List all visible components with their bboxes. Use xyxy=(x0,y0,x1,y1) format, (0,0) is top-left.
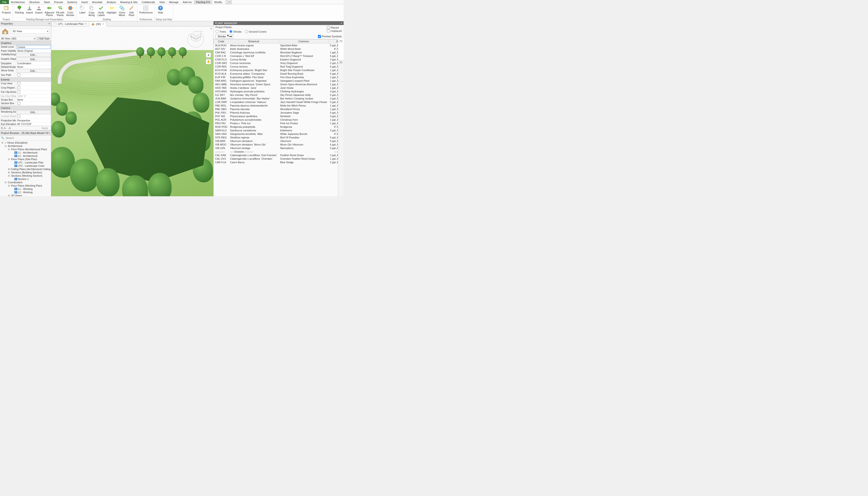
table-row[interactable]: VIB LENViburnum lentagoNannyberry5 gal.,… xyxy=(214,146,338,150)
prop-row[interactable]: Crop View xyxy=(0,82,51,86)
expander-icon[interactable]: ⊞ xyxy=(8,171,11,174)
col-botanical[interactable]: Botanical xyxy=(229,40,279,44)
table-row[interactable]: PAE OBOPaeonia obovataWoodland Peony1 ga… xyxy=(214,107,338,111)
view-options-icon[interactable]: ▾ xyxy=(210,27,212,30)
tree-node[interactable]: ⊟⊙Views (Discipline) xyxy=(0,141,51,144)
prop-row[interactable]: Crop Region ... xyxy=(0,86,51,90)
search-input[interactable] xyxy=(6,137,50,139)
ribbon-adjacent-plants-button[interactable]: AdjacentPlants xyxy=(44,5,55,17)
tree-node[interactable]: LP2 - Landscape Color xyxy=(0,164,51,168)
table-row[interactable]: SAM ELDSambucus canadensisElderberry2 ga… xyxy=(214,128,338,132)
close-icon[interactable]: × xyxy=(85,22,86,26)
expander-icon[interactable]: ⊟ xyxy=(8,195,11,196)
close-icon[interactable]: × xyxy=(341,22,342,25)
project-tree[interactable]: ⊟⊙Views (Discipline)⊟Architectural⊟Floor… xyxy=(0,141,51,196)
table-row[interactable]: COR GR2Cornus racemosaGray Dogwood2 gal.… xyxy=(214,61,338,65)
table-row[interactable]: VIB MOOViburnum dentatum `Moon Glo`Moon … xyxy=(214,143,338,146)
table-row[interactable]: CAR FLACarex flaccaBlue Sedge2 gal.,Pot xyxy=(214,160,338,164)
expander-icon[interactable]: ⊟ xyxy=(8,148,11,151)
table-row[interactable]: POL ACRPolystichum acrostichoidesChristm… xyxy=(214,118,338,121)
menu-ext-dropdown-icon[interactable]: ▢ ▾ xyxy=(226,0,232,4)
prop-row[interactable]: Detail LevelCoarse xyxy=(0,45,51,49)
sort-desc-icon[interactable]: ↓A xyxy=(8,127,11,130)
menu-insert[interactable]: Insert xyxy=(79,0,90,4)
nav-hand-icon[interactable]: ✋ xyxy=(206,59,211,64)
prop-row[interactable]: Scope BoxNone xyxy=(0,98,51,102)
prop-row[interactable]: Far Clip Active xyxy=(0,90,51,94)
prop-row[interactable]: Eye Elevation80' 3 57/128" xyxy=(0,122,51,126)
table-row[interactable]: PRO PKIProtea x `Pink Ice`Pink Ice Prote… xyxy=(214,121,338,125)
table-row[interactable]: PAE MOLPaeonia daurica mlokosewitschiiMo… xyxy=(214,104,338,107)
menu-analyze[interactable]: Analyze xyxy=(105,0,118,4)
menu-systems[interactable]: Systems xyxy=(65,0,79,4)
col-common[interactable]: Common xyxy=(279,40,328,44)
menu-collaborate[interactable]: Collaborate xyxy=(140,0,157,4)
table-row[interactable]: SAN UAHSanguisorba tenuifolia `Alba`Whit… xyxy=(214,132,338,136)
expander-icon[interactable]: ⊟ xyxy=(8,158,11,160)
table-row[interactable]: COR RE5Cornus sericeaRed Twig Dogwood5 g… xyxy=(214,65,338,68)
table-row[interactable]: FAR ARGFarfugium japonicum `Argentea`Var… xyxy=(214,79,338,82)
ribbon-verify-labels-button[interactable]: VerifyLabels xyxy=(96,5,106,17)
ribbon-label-button[interactable]: Label xyxy=(77,5,87,14)
ribbon-help-button[interactable]: ?Help xyxy=(156,5,165,14)
tree-node[interactable]: ⊟Floor Plans (Architectural Plan) xyxy=(0,148,51,151)
prop-row[interactable]: Default Analys...None xyxy=(0,65,51,69)
table-row[interactable]: PHY NI2Physocarpus opulifoliusNinebark3 … xyxy=(214,114,338,118)
prop-category[interactable]: Graphics xyxy=(0,41,51,45)
ribbon-edit-plant-button[interactable]: EditPlant xyxy=(127,5,136,17)
expander-icon[interactable]: ⊟ xyxy=(5,145,7,147)
table-row[interactable]: ALN RUGAlnus incana rugosaSpeckled Alder… xyxy=(214,44,338,47)
tree-node[interactable]: Section 1 xyxy=(0,177,51,181)
table-row[interactable]: ROD PODRodgersia podophyllaRodgersia4",P… xyxy=(214,125,338,128)
ribbon-highlight-button[interactable]: Highlight xyxy=(106,5,117,14)
sort-asc-icon[interactable]: A↓ xyxy=(4,127,7,130)
menu-steel[interactable]: Steel xyxy=(42,0,52,4)
col-size[interactable]: Size xyxy=(328,40,338,44)
prop-row[interactable]: Far Clip Offset1000' 0" xyxy=(0,94,51,98)
ribbon-copy-along-button[interactable]: CopyAlong xyxy=(87,5,96,17)
ribbon-preferences-button[interactable]: Preferences xyxy=(138,5,154,14)
check-unplaced[interactable]: Unplaced xyxy=(327,29,342,32)
expander-icon[interactable]: ⊟ xyxy=(8,174,11,177)
ribbon-color-render-button[interactable]: ColorRender xyxy=(65,5,75,17)
table-row[interactable]: ILE SKYIlex crenata `Sky Pencil`Sky Penc… xyxy=(214,93,338,97)
prop-category[interactable]: Camera xyxy=(0,106,51,110)
prop-row[interactable]: Rendering Set...Edit... xyxy=(0,110,51,114)
prop-category[interactable]: Extents xyxy=(0,77,51,82)
nav-wheel-icon[interactable]: ⎈ xyxy=(206,52,211,58)
apply-button[interactable]: Apply xyxy=(39,127,50,130)
prop-row[interactable]: DisciplineCoordination xyxy=(0,62,51,65)
close-icon[interactable]: × xyxy=(48,131,50,135)
table-row[interactable]: EUP FIREuphorbia griffithii `Fire Glow`F… xyxy=(214,75,338,79)
ribbon-clone-mimic-button[interactable]: CloneMimic xyxy=(117,5,127,17)
view-cube[interactable]: BACK LEFT xyxy=(187,31,204,48)
doc-tab[interactable]: {3D}× xyxy=(89,21,107,27)
ribbon-fill-with-plants-button[interactable]: Fill withPlants xyxy=(55,5,65,17)
table-row[interactable]: COR FLOCornus floridaEastern Dogwood2 ga… xyxy=(214,58,338,61)
radio-trees[interactable]: Trees xyxy=(215,30,226,33)
ribbon-export-button[interactable]: Export xyxy=(34,5,44,14)
side-tab-3d[interactable]: 3D xyxy=(338,60,343,81)
prop-row[interactable]: Sun Path xyxy=(0,73,51,77)
tree-node[interactable]: L2 - Working xyxy=(0,191,51,194)
prop-row[interactable]: Section Box xyxy=(0,102,51,106)
expander-icon[interactable]: ⊟ xyxy=(8,184,11,187)
check-placed[interactable]: Placed xyxy=(327,26,342,29)
table-row[interactable]: EUO ALAEuonymus alatus `Compactus`Dwarf … xyxy=(214,72,338,75)
table-row[interactable]: AST DIVAster divaricatusWhite Wood Aster… xyxy=(214,47,338,50)
table-row[interactable]: CAL KARCalamagrostis x acutiflora `Karl … xyxy=(214,153,338,157)
instance-dropdown-icon[interactable]: ▾ xyxy=(34,37,35,40)
menu-modify[interactable]: Modify xyxy=(212,0,224,4)
check-preview-symbols[interactable]: Preview Symbols xyxy=(318,35,342,38)
table-row[interactable]: STR REGStrelitzia reginaeBird Of Paradis… xyxy=(214,136,338,139)
tree-node[interactable]: ⊟Coordination xyxy=(0,181,51,184)
radio-ground-covers[interactable]: Ground Covers xyxy=(245,30,267,33)
table-row[interactable]: HEU AMEHeuchera americana `Green Spice`G… xyxy=(214,82,338,86)
close-icon[interactable]: × xyxy=(48,22,50,25)
col-code[interactable]: Code xyxy=(214,40,229,44)
ribbon-projects-button[interactable]: Projects xyxy=(1,5,12,14)
tree-node[interactable]: L1 - Working xyxy=(0,187,51,191)
menu-architecture[interactable]: Architecture xyxy=(9,0,27,4)
menu-structure[interactable]: Structure xyxy=(27,0,42,4)
tree-node[interactable]: ⊞Sections (Building Section) xyxy=(0,171,51,174)
